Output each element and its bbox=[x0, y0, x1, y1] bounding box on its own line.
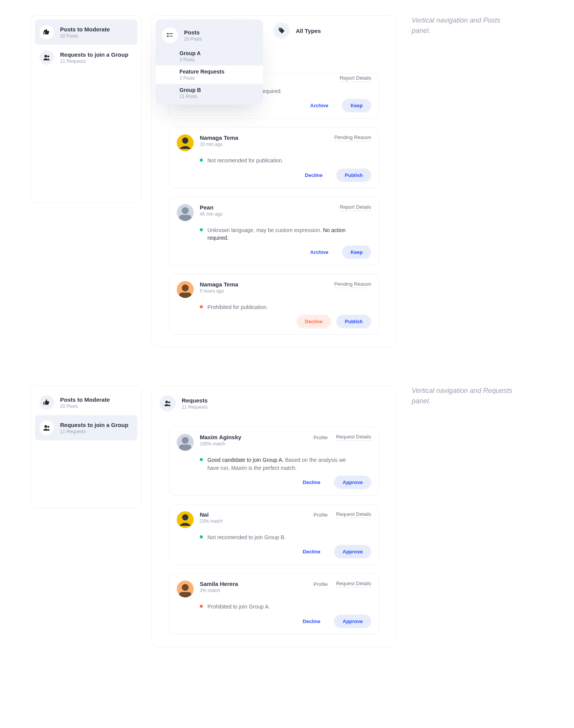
match-percent: 100% match bbox=[200, 441, 241, 447]
status-dot bbox=[200, 305, 203, 308]
pending-reason-link[interactable]: Pending Reason bbox=[334, 281, 371, 288]
svg-rect-11 bbox=[179, 215, 191, 221]
reason-text: Unknown language, may be custom expressi… bbox=[207, 226, 353, 242]
posts-main-panel: All Types Posts 20 Posts bbox=[152, 15, 396, 347]
status-dot bbox=[200, 535, 203, 538]
requests-main-panel: Requests 11 Requests bbox=[152, 386, 396, 647]
svg-rect-3 bbox=[167, 33, 169, 34]
request-card: Samila Herera 3% match Profile Request D… bbox=[169, 573, 379, 634]
keep-button[interactable]: Keep bbox=[342, 245, 371, 259]
requests-title: Requests bbox=[182, 397, 208, 404]
approve-button[interactable]: Approve bbox=[334, 476, 371, 489]
reason-text: Prohibited to join Group A. bbox=[207, 603, 270, 610]
svg-point-16 bbox=[47, 426, 49, 428]
svg-point-25 bbox=[182, 584, 189, 591]
profile-link[interactable]: Profile bbox=[313, 512, 328, 518]
request-details-link[interactable]: Request Details bbox=[336, 511, 371, 518]
author-name: Pean bbox=[200, 204, 222, 211]
requests-header[interactable]: Requests 11 Requests bbox=[159, 393, 389, 411]
status-dot bbox=[200, 228, 203, 231]
report-details-link[interactable]: Report Details bbox=[340, 75, 371, 82]
sidebar-panel: Posts to Moderate 20 Posts Requests to j… bbox=[31, 15, 142, 203]
section-caption: Vertical navigation and Requests panel. bbox=[412, 386, 519, 406]
post-time: 20 min ago bbox=[200, 142, 238, 147]
request-cards: Maxim Aginsky 100% match Profile Request… bbox=[159, 427, 389, 640]
types-filter-label: All Types bbox=[296, 28, 321, 34]
svg-point-1 bbox=[47, 56, 49, 57]
publish-button[interactable]: Publish bbox=[336, 315, 371, 328]
archive-button[interactable]: Archive bbox=[302, 99, 337, 112]
request-card: Maxim Aginsky 100% match Profile Request… bbox=[169, 427, 379, 496]
sidebar-item-posts[interactable]: Posts to Moderate 20 Posts bbox=[35, 20, 137, 45]
svg-point-23 bbox=[182, 514, 188, 520]
approve-button[interactable]: Approve bbox=[334, 545, 371, 558]
reason-text: Good candidate to join Group A. Based on… bbox=[207, 456, 353, 472]
sidebar-item-title: Requests to join a Group bbox=[60, 422, 128, 428]
thumbs-icon bbox=[39, 395, 54, 410]
svg-point-18 bbox=[168, 401, 170, 403]
svg-rect-6 bbox=[169, 36, 173, 37]
dropdown-item-feature-requests[interactable]: Feature Requests 2 Posts bbox=[156, 65, 263, 84]
decline-button[interactable]: Decline bbox=[297, 315, 331, 328]
avatar bbox=[177, 434, 194, 451]
avatar bbox=[177, 134, 194, 151]
sidebar-item-sub: 11 Requests bbox=[60, 59, 128, 64]
svg-point-2 bbox=[280, 29, 281, 30]
people-icon bbox=[39, 420, 54, 435]
people-icon bbox=[39, 50, 54, 65]
reason-text: Prohibited for publication. bbox=[207, 303, 268, 311]
decline-button[interactable]: Decline bbox=[294, 615, 329, 628]
svg-point-0 bbox=[44, 55, 47, 57]
report-details-link[interactable]: Report Details bbox=[340, 204, 371, 211]
sidebar-item-sub: 11 Requests bbox=[60, 429, 128, 434]
keep-button[interactable]: Keep bbox=[342, 99, 371, 112]
sidebar-item-title: Posts to Moderate bbox=[60, 26, 110, 33]
svg-point-17 bbox=[165, 401, 168, 404]
avatar bbox=[177, 281, 194, 298]
svg-point-10 bbox=[182, 207, 189, 214]
requester-name: Maxim Aginsky bbox=[200, 434, 241, 440]
svg-rect-26 bbox=[179, 592, 191, 597]
profile-link[interactable]: Profile bbox=[313, 435, 328, 440]
requester-name: Nai bbox=[200, 511, 223, 518]
sidebar-item-sub: 20 Posts bbox=[60, 404, 110, 409]
sidebar-item-sub: 20 Posts bbox=[60, 33, 110, 39]
post-card: Namaga Tema 20 min ago Pending Reason No… bbox=[169, 127, 379, 188]
svg-point-13 bbox=[182, 285, 189, 291]
status-dot bbox=[200, 605, 203, 608]
svg-rect-4 bbox=[169, 33, 173, 34]
publish-button[interactable]: Publish bbox=[336, 169, 371, 182]
dropdown-item-group-a[interactable]: Group A 3 Posts bbox=[156, 47, 263, 65]
status-dot bbox=[200, 458, 203, 461]
thumbs-icon bbox=[39, 25, 54, 39]
sidebar-item-requests[interactable]: Requests to join a Group 11 Requests bbox=[35, 45, 137, 70]
post-card: Namaga Tema 5 hours ago Pending Reason P… bbox=[169, 274, 379, 335]
sidebar-item-title: Requests to join a Group bbox=[60, 51, 128, 58]
request-card: Nai 23% match Profile Request Details bbox=[169, 504, 379, 565]
svg-point-8 bbox=[182, 137, 188, 144]
dropdown-item-group-b[interactable]: Group B 11 Posts bbox=[156, 84, 263, 102]
approve-button[interactable]: Approve bbox=[334, 615, 371, 628]
people-icon bbox=[160, 395, 176, 411]
sidebar-panel: Posts to Moderate 20 Posts Requests to j… bbox=[31, 386, 142, 508]
archive-button[interactable]: Archive bbox=[302, 245, 337, 259]
decline-button[interactable]: Decline bbox=[294, 476, 329, 489]
dropdown-header[interactable]: Posts 20 Posts bbox=[156, 23, 263, 47]
sidebar-item-posts[interactable]: Posts to Moderate 20 Posts bbox=[35, 390, 137, 415]
decline-button[interactable]: Decline bbox=[297, 169, 331, 182]
decline-button[interactable]: Decline bbox=[294, 545, 329, 558]
post-time: 45 min ago bbox=[200, 211, 222, 217]
request-details-link[interactable]: Request Details bbox=[336, 581, 371, 587]
svg-rect-5 bbox=[167, 36, 169, 37]
reason-text: Not recomended for publication. bbox=[207, 157, 283, 164]
requester-name: Samila Herera bbox=[200, 581, 238, 587]
request-details-link[interactable]: Request Details bbox=[336, 434, 371, 441]
types-filter[interactable]: All Types bbox=[274, 23, 321, 39]
status-dot bbox=[200, 159, 203, 162]
profile-link[interactable]: Profile bbox=[313, 581, 328, 587]
post-card: Pean 45 min ago Report Details U bbox=[169, 197, 379, 266]
list-icon bbox=[162, 27, 178, 43]
sidebar-item-requests[interactable]: Requests to join a Group 11 Requests bbox=[35, 415, 137, 440]
svg-point-15 bbox=[44, 425, 47, 428]
pending-reason-link[interactable]: Pending Reason bbox=[334, 134, 371, 141]
